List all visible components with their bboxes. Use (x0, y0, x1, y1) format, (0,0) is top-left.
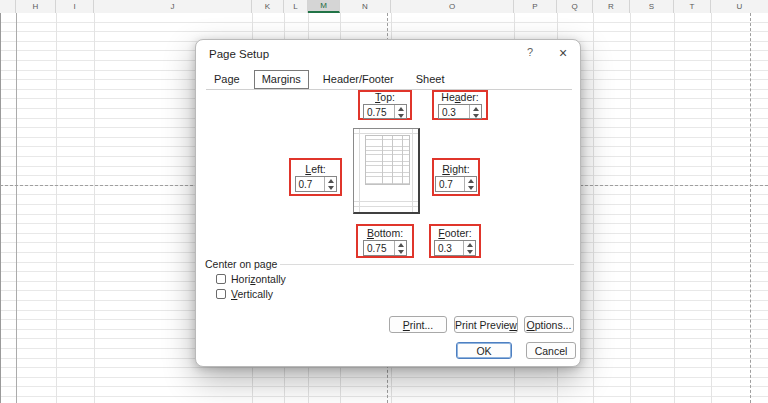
column-header-t[interactable]: T (674, 0, 711, 13)
horizontally-checkbox[interactable] (216, 274, 226, 284)
column-header-h[interactable]: H (16, 0, 56, 13)
dialog-title: Page Setup (209, 48, 269, 60)
column-header-i[interactable]: I (56, 0, 94, 13)
vertically-checkbox[interactable] (216, 289, 226, 299)
group-divider (280, 264, 574, 265)
close-icon[interactable]: × (554, 44, 572, 62)
cancel-button[interactable]: Cancel (526, 342, 576, 359)
vertically-label: Vertically (231, 288, 273, 300)
column-header-o[interactable]: O (391, 0, 514, 13)
bottom-margin-spinner: 0.75 (363, 240, 407, 256)
tab-margins[interactable]: Margins (254, 70, 309, 89)
grid-vline (711, 13, 712, 403)
tab-page[interactable]: Page (206, 70, 248, 89)
spin-up-icon[interactable] (395, 241, 406, 248)
spin-buttons (324, 177, 336, 191)
bottom-margin-highlight-box: Bottom: 0.75 (356, 224, 414, 258)
grid-vline (674, 13, 675, 403)
tab-header-footer[interactable]: Header/Footer (315, 70, 402, 89)
tab-bar: Page Margins Header/Footer Sheet (206, 70, 453, 89)
center-on-page-label: Center on page (205, 258, 277, 270)
page-setup-dialog: Page Setup ? × Page Margins Header/Foote… (195, 39, 581, 367)
top-margin-spinner: 0.75 (363, 104, 407, 119)
grid-vline (56, 13, 57, 403)
column-header-m-selected[interactable]: M (308, 0, 340, 13)
page-preview (353, 128, 420, 214)
column-header-s[interactable]: S (630, 0, 674, 13)
spin-buttons (464, 177, 476, 191)
bottom-margin-label: Bottom: (367, 227, 403, 239)
spin-down-icon[interactable] (395, 248, 406, 255)
column-header-q[interactable]: Q (557, 0, 593, 13)
spin-down-icon[interactable] (325, 184, 336, 191)
spin-buttons (469, 105, 481, 118)
tab-sheet[interactable]: Sheet (408, 70, 453, 89)
preview-margin-guide (359, 129, 360, 212)
top-margin-input[interactable]: 0.75 (364, 105, 394, 118)
right-margin-spinner: 0.7 (435, 176, 477, 192)
page-break-vline (750, 13, 751, 403)
help-icon[interactable]: ? (522, 46, 538, 62)
grid-vline (94, 13, 95, 403)
column-header-n[interactable]: N (340, 0, 391, 13)
spin-down-icon[interactable] (464, 248, 475, 255)
spin-down-icon[interactable] (395, 112, 406, 119)
print-button[interactable]: Print... (389, 316, 447, 333)
spin-up-icon[interactable] (325, 177, 336, 184)
preview-margin-guide (354, 201, 418, 202)
left-margin-input[interactable]: 0.7 (296, 177, 324, 191)
horizontally-option[interactable]: Horizontally (216, 273, 286, 285)
preview-table-grid (365, 135, 410, 185)
spin-buttons (463, 241, 475, 255)
spin-buttons (394, 241, 406, 255)
footer-margin-input[interactable]: 0.3 (435, 241, 463, 255)
window-edge (0, 0, 1, 403)
header-margin-input[interactable]: 0.3 (439, 105, 469, 118)
column-header-u[interactable]: U (711, 0, 768, 13)
bottom-margin-input[interactable]: 0.75 (364, 241, 394, 255)
horizontally-label: Horizontally (231, 273, 286, 285)
spin-up-icon[interactable] (464, 241, 475, 248)
options-button[interactable]: Options... (524, 316, 574, 333)
column-header-p[interactable]: P (514, 0, 557, 13)
vertically-option[interactable]: Vertically (216, 288, 273, 300)
column-header-r[interactable]: R (593, 0, 630, 13)
column-headers: H I J K L M N O P Q R S T U (0, 0, 768, 13)
header-margin-label: Header: (441, 91, 478, 103)
preview-margin-guide (354, 206, 418, 207)
grid-vline (593, 13, 594, 403)
header-margin-highlight-box: Header: 0.3 (432, 90, 488, 120)
spin-buttons (394, 105, 406, 118)
right-margin-input[interactable]: 0.7 (436, 177, 464, 191)
header-margin-spinner: 0.3 (438, 104, 482, 119)
left-margin-spinner: 0.7 (295, 176, 337, 192)
left-margin-highlight-box: Left: 0.7 (289, 158, 342, 196)
footer-margin-highlight-box: Footer: 0.3 (429, 224, 481, 258)
grid-vline (16, 13, 17, 403)
column-header-partial[interactable] (0, 0, 16, 13)
column-header-k[interactable]: K (252, 0, 284, 13)
spin-up-icon[interactable] (465, 177, 476, 184)
spin-down-icon[interactable] (465, 184, 476, 191)
right-margin-highlight-box: Right: 0.7 (432, 158, 480, 196)
preview-margin-guide (412, 129, 413, 212)
left-margin-label: Left: (305, 163, 325, 175)
ok-button[interactable]: OK (456, 342, 512, 359)
top-margin-highlight-box: Top: 0.75 (358, 90, 412, 120)
right-margin-label: Right: (442, 163, 469, 175)
column-header-j[interactable]: J (94, 0, 252, 13)
print-preview-button[interactable]: Print Preview (454, 316, 518, 333)
footer-margin-label: Footer: (438, 227, 471, 239)
preview-margin-guide (354, 133, 418, 134)
grid-vline (630, 13, 631, 403)
top-margin-label: Top: (375, 91, 395, 103)
footer-margin-spinner: 0.3 (434, 240, 476, 256)
column-header-l[interactable]: L (284, 0, 308, 13)
spin-down-icon[interactable] (470, 112, 481, 119)
